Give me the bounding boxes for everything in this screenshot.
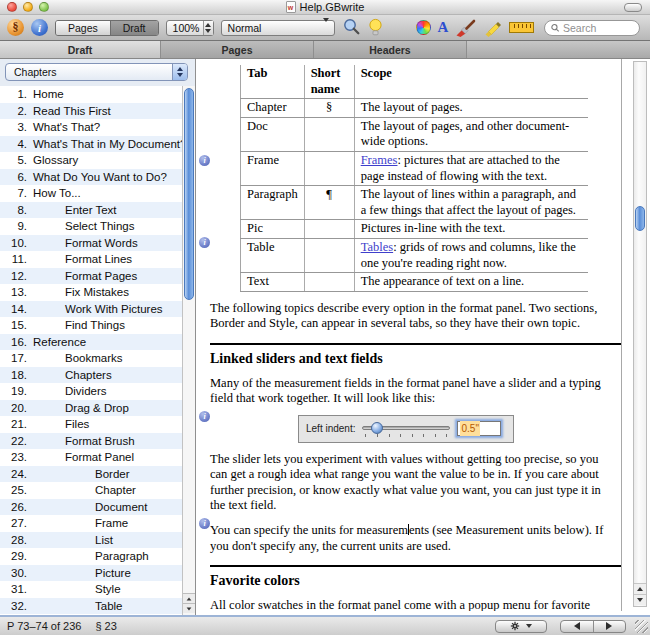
section-button[interactable]: § [7, 19, 24, 36]
table-cell: Pictures in-line with the text. [354, 220, 588, 239]
sidebar-item[interactable]: 11.Format Lines [0, 251, 182, 268]
color-wheel-icon[interactable] [416, 20, 431, 35]
content-scroll-down-button[interactable] [634, 594, 646, 605]
style-popup[interactable]: Normal [221, 20, 335, 36]
search-field[interactable] [544, 20, 640, 36]
pages-segment[interactable]: Pages [56, 21, 110, 35]
item-label: Enter Text [33, 204, 117, 216]
sidebar-item[interactable]: 5.Glossary [0, 152, 182, 169]
sidebar-item[interactable]: 18.Chapters [0, 367, 182, 384]
sidebar-item[interactable]: 17.Bookmarks [0, 350, 182, 367]
chapters-popup-value: Chapters [6, 66, 172, 78]
minimize-button[interactable] [23, 2, 33, 12]
item-label: Document [33, 501, 147, 513]
sidebar-item[interactable]: 23.Format Panel [0, 449, 182, 466]
sidebar-item[interactable]: 16.Reference [0, 334, 182, 351]
info-note-icon[interactable]: i [199, 237, 210, 248]
sidebar-scrollbar-thumb[interactable] [184, 88, 194, 300]
highlighter-icon[interactable] [483, 19, 502, 37]
tables-link[interactable]: Tables [361, 240, 393, 254]
sidebar-item[interactable]: 30.Picture [0, 565, 182, 582]
sidebar-scroll-down-button[interactable] [183, 603, 195, 613]
content-scroll-up-button[interactable] [634, 583, 646, 594]
sidebar-item[interactable]: 22.Format Brush [0, 433, 182, 450]
sidebar-item[interactable]: 19.Dividers [0, 383, 182, 400]
indent-text-field[interactable]: 0.5" [457, 421, 501, 436]
sidebar-item[interactable]: 2.Read This First [0, 103, 182, 120]
sidebar-item[interactable]: 9.Select Things [0, 218, 182, 235]
sidebar-item[interactable]: 12.Format Pages [0, 268, 182, 285]
ruler-icon[interactable] [509, 22, 534, 33]
item-number: 9. [0, 220, 27, 232]
info-note-icon[interactable]: i [199, 518, 210, 529]
sidebar-item[interactable]: 15.Find Things [0, 317, 182, 334]
search-input[interactable] [563, 22, 633, 34]
zoom-stepper[interactable] [203, 21, 212, 35]
table-cell: The layout of pages, and other document-… [354, 117, 588, 151]
item-label: Read This First [33, 105, 111, 117]
info-note-icon[interactable]: i [199, 155, 210, 166]
sidebar-item[interactable]: 1.Home [0, 86, 182, 103]
item-number: 12. [0, 270, 27, 282]
font-panel-icon[interactable]: A [438, 20, 449, 35]
item-number: 28. [0, 534, 27, 546]
item-number: 21. [0, 418, 27, 430]
forward-button[interactable] [593, 621, 626, 632]
example-slider[interactable] [362, 421, 450, 437]
sidebar-item[interactable]: 29.Paragraph [0, 548, 182, 565]
frames-link[interactable]: Frames [361, 153, 398, 167]
sidebar-item[interactable]: 26.Document [0, 499, 182, 516]
draft-segment[interactable]: Draft [110, 21, 158, 35]
item-number: 27. [0, 517, 27, 529]
item-number: 29. [0, 550, 27, 562]
sidebar-item[interactable]: 21.Files [0, 416, 182, 433]
sidebar-item[interactable]: 27.Frame [0, 515, 182, 532]
zoom-button[interactable] [39, 2, 49, 12]
tab-pages[interactable]: Pages [161, 41, 314, 58]
table-row: DocThe layout of pages, and other docume… [241, 117, 589, 151]
table-cell [304, 151, 354, 185]
help-table: Tab Short name Scope Chapter§The layout … [240, 65, 588, 292]
sidebar-item[interactable]: 32.Table [0, 598, 182, 615]
content-scrollbar[interactable] [633, 61, 647, 607]
zoom-popup[interactable]: 100% [166, 20, 214, 36]
sidebar-item[interactable]: 3.What's That? [0, 119, 182, 136]
close-button[interactable] [7, 2, 17, 12]
item-label: Chapter [33, 484, 136, 496]
paintbrush-icon[interactable] [455, 19, 476, 37]
resize-grip[interactable] [635, 620, 648, 633]
sidebar-item[interactable]: 10.Format Words [0, 235, 182, 252]
sidebar-item[interactable]: 24.Border [0, 466, 182, 483]
magnifier-tool-icon[interactable] [342, 18, 361, 37]
info-note-icon[interactable]: i [199, 411, 210, 422]
sidebar-item[interactable]: 28.List [0, 532, 182, 549]
sidebar-item[interactable]: 31.Style [0, 581, 182, 598]
sidebar-item[interactable]: 6.What Do You Want to Do? [0, 169, 182, 186]
sidebar-item[interactable]: 4.What's That in My Document? [0, 136, 182, 153]
table-row: TableTables: grids of rows and columns, … [241, 238, 589, 272]
item-label: Dividers [33, 385, 107, 397]
tab-draft[interactable]: Draft [0, 41, 161, 58]
chapters-popup[interactable]: Chapters [5, 63, 188, 81]
lightbulb-icon[interactable] [368, 18, 383, 37]
info-button[interactable]: i [31, 19, 48, 36]
content-scrollbar-thumb[interactable] [635, 206, 645, 231]
tab-headers[interactable]: Headers [314, 41, 467, 58]
zoom-value: 100% [167, 22, 204, 34]
sidebar-item[interactable]: 7.How To... [0, 185, 182, 202]
item-label: Chapters [33, 369, 112, 381]
sidebar-scrollbar[interactable] [182, 86, 195, 615]
sidebar-item[interactable]: 20.Drag & Drop [0, 400, 182, 417]
table-row: PicPictures in-line with the text. [241, 220, 589, 239]
slider-thumb[interactable] [371, 422, 383, 434]
sidebar-item[interactable]: 25.Chapter [0, 482, 182, 499]
sidebar-item[interactable]: 8.Enter Text [0, 202, 182, 219]
back-button[interactable] [561, 621, 593, 632]
toolbar-toggle-pill[interactable] [624, 3, 642, 12]
sidebar-scroll-up-button[interactable] [183, 593, 195, 603]
item-label: Find Things [33, 319, 125, 331]
sidebar-item[interactable]: 13.Fix Mistakes [0, 284, 182, 301]
action-menu-button[interactable] [495, 620, 547, 633]
item-label: Paragraph [33, 550, 149, 562]
sidebar-item[interactable]: 14.Work With Pictures [0, 301, 182, 318]
